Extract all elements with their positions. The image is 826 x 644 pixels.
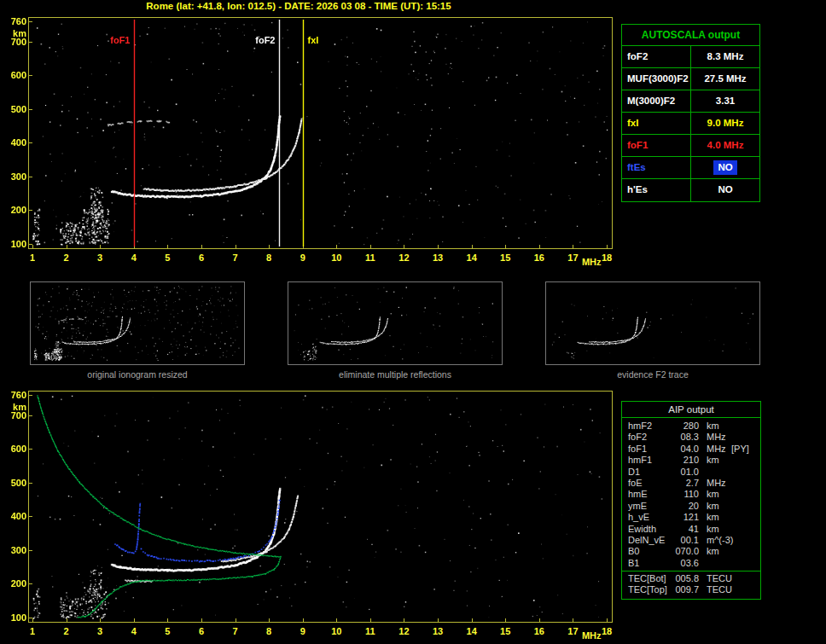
aip-param-name: Ewidth <box>622 524 670 535</box>
param-label: ftEs <box>622 157 691 178</box>
table-row-fxi: fxI 9.0 MHz <box>622 113 759 135</box>
table-row-m3000f2: M(3000)F2 3.31 <box>622 90 759 113</box>
table-row-fof1: foF1 4.0 MHz <box>622 135 759 157</box>
aip-param-unit: km <box>699 546 731 557</box>
x-axis-tick-label: 2 <box>57 626 76 636</box>
aip-row: foE2.7MHz <box>622 478 760 489</box>
aip-param-unit: TECU <box>699 573 731 584</box>
aip-param-unit: km <box>699 524 731 535</box>
aip-param-unit: km <box>699 489 731 500</box>
param-label: foF2 <box>622 46 691 67</box>
aip-param-value: 009.7 <box>670 584 699 595</box>
aip-param-value: 41 <box>670 524 699 535</box>
aip-param-extra <box>731 584 760 595</box>
thumbnail-original-ionogram <box>30 281 245 365</box>
aip-row: B0070.0km <box>622 546 760 557</box>
marker-label-fof2: foF2 <box>255 35 275 45</box>
aip-param-name: TEC[Top] <box>622 584 670 595</box>
x-axis-tick-label: 3 <box>90 626 109 636</box>
aip-row: TEC[Top]009.7TECU <box>622 584 760 595</box>
aip-param-unit: km <box>699 512 731 523</box>
aip-param-extra <box>731 421 760 432</box>
x-axis-tick-label: 1 <box>23 252 42 263</box>
aip-param-name: foF1 <box>622 444 670 455</box>
param-label: M(3000)F2 <box>622 90 691 112</box>
aip-param-unit <box>699 558 731 569</box>
x-axis-tick-label: 9 <box>294 626 312 636</box>
aip-row: Ewidth41km <box>622 524 760 535</box>
y-axis-unit-km: km <box>3 402 26 412</box>
x-axis-tick-label: 13 <box>428 252 447 263</box>
param-label: MUF(3000)F2 <box>622 68 691 90</box>
param-value: 27.5 MHz <box>691 68 759 90</box>
aip-param-unit: MHz <box>699 444 731 455</box>
y-axis-tick-label: 500 <box>3 104 26 114</box>
aip-param-name: foE <box>622 478 670 489</box>
param-value: 8.3 MHz <box>691 46 759 67</box>
aip-row: hmE110km <box>622 489 760 500</box>
y-axis-tick-label: 600 <box>3 70 26 80</box>
aip-param-value: 005.8 <box>670 573 699 584</box>
aip-row: B103.6 <box>622 558 760 569</box>
x-axis-tick-label: 15 <box>496 252 515 263</box>
aip-row: hmF1210km <box>622 455 760 466</box>
marker-label-fxi: fxI <box>308 35 319 45</box>
aip-param-unit: TECU <box>699 584 731 595</box>
aip-param-unit: m^(-3) <box>699 535 731 546</box>
x-axis-tick-label: 4 <box>125 626 143 636</box>
y-axis-tick-label: 100 <box>3 612 26 623</box>
x-axis-tick-label: 15 <box>496 626 515 636</box>
main-ionogram-plot: foF1foF2fxI <box>28 17 613 249</box>
marker-label-fof1: foF1 <box>110 35 130 45</box>
station-date-time-title: Rome (lat: +41.8, lon: 012.5) - DATE: 20… <box>26 1 572 11</box>
param-value: NO <box>691 157 759 178</box>
aip-param-extra <box>731 501 760 512</box>
x-axis-tick-label: 5 <box>158 252 177 263</box>
x-axis-tick-label: 14 <box>462 626 481 636</box>
param-value: 4.0 MHz <box>691 135 759 156</box>
thumbnail-canvas <box>31 282 244 364</box>
x-axis-tick-label: 4 <box>125 252 143 263</box>
aip-row: foF104.0MHz[PY] <box>622 444 760 455</box>
aip-param-value: 00.1 <box>670 535 699 546</box>
autoscala-table-title: AUTOSCALA output <box>622 25 759 46</box>
x-axis-tick-label: 1 <box>23 626 42 636</box>
aip-param-extra <box>731 546 760 557</box>
x-axis-tick-label: 14 <box>462 252 481 263</box>
x-axis-unit-mhz: MHz <box>579 257 604 267</box>
thumbnail-caption: evidence F2 trace <box>545 369 760 380</box>
x-axis-tick-label: 16 <box>530 252 549 263</box>
aip-param-name: B0 <box>622 546 670 557</box>
aip-tec-divider <box>622 571 760 571</box>
x-axis-tick-label: 10 <box>327 626 346 636</box>
y-axis-tick-label: 760 <box>3 16 26 26</box>
x-axis-tick-label: 16 <box>530 626 549 636</box>
y-axis-tick-label: 760 <box>3 390 26 400</box>
table-row-fof2: foF2 8.3 MHz <box>622 46 759 68</box>
aip-param-name: hmF1 <box>622 455 670 466</box>
x-axis-tick-label: 9 <box>294 252 312 263</box>
aip-output-table: AIP output hmF2280kmfoF208.3MHzfoF104.0M… <box>621 401 761 600</box>
aip-row: ymE20km <box>622 501 760 512</box>
y-axis-tick-label: 300 <box>3 171 26 182</box>
aip-param-unit: km <box>699 501 731 512</box>
y-axis-tick-label: 600 <box>3 444 26 454</box>
aip-table-title: AIP output <box>622 402 760 418</box>
aip-row: hmF2280km <box>622 421 760 432</box>
x-axis-tick-label: 12 <box>394 626 413 636</box>
autoscala-screen: Rome (lat: +41.8, lon: 012.5) - DATE: 20… <box>0 0 826 644</box>
aip-param-extra <box>731 535 760 546</box>
x-axis-tick-label: 7 <box>226 626 245 636</box>
aip-param-extra <box>731 432 760 443</box>
aip-param-unit: MHz <box>699 432 731 443</box>
table-row-hes: h'Es NO <box>622 179 759 201</box>
aip-param-extra: [PY] <box>731 444 760 455</box>
aip-param-value: 280 <box>670 421 699 432</box>
aip-param-value: 121 <box>670 512 699 523</box>
y-axis-unit-km: km <box>3 28 26 38</box>
aip-param-unit: km <box>699 421 731 432</box>
aip-param-name: foF2 <box>622 432 670 443</box>
x-axis-tick-label: 8 <box>259 252 278 263</box>
x-axis-tick-label: 3 <box>90 252 109 263</box>
autoscala-output-table: AUTOSCALA output foF2 8.3 MHz MUF(3000)F… <box>621 24 760 202</box>
